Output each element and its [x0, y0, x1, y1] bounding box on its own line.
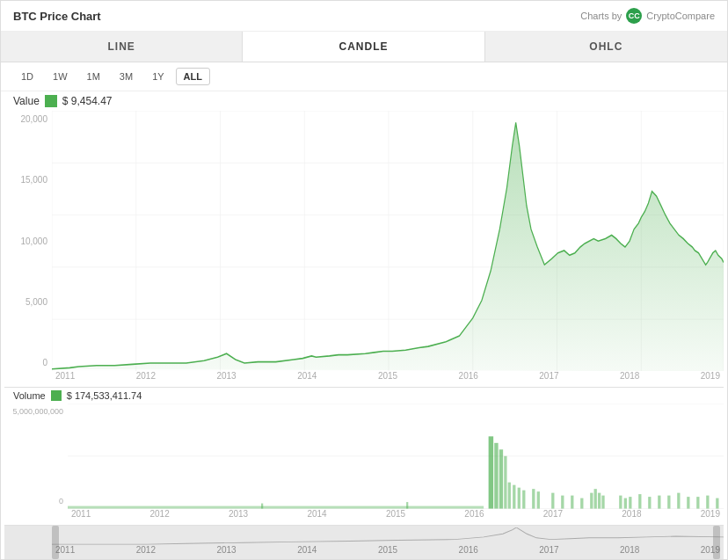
svg-rect-31 [551, 493, 554, 509]
y-label-0: 0 [4, 358, 52, 367]
main-chart-area: 20,000 15,000 10,000 5,000 0 [4, 111, 724, 387]
nav-x-2016: 2016 [459, 545, 478, 559]
x-label-2011: 2011 [55, 371, 75, 387]
btn-all[interactable]: ALL [176, 68, 210, 85]
x-label-2019: 2019 [701, 371, 720, 387]
svg-rect-43 [648, 498, 651, 509]
vol-x-2011: 2011 [71, 509, 91, 525]
vol-x-2017: 2017 [543, 509, 563, 525]
value-row: Value $ 9,454.47 [1, 91, 727, 111]
vol-y-label-0: 0 [4, 497, 68, 505]
main-chart-svg [52, 111, 724, 371]
navigator-svg-area [52, 527, 724, 545]
svg-rect-50 [716, 498, 718, 509]
svg-rect-21 [489, 437, 494, 509]
vol-x-2018: 2018 [622, 509, 641, 525]
vol-x-axis: 2011 2012 2013 2014 2015 2016 2017 2018 … [68, 509, 724, 525]
navigator-svg [52, 527, 724, 545]
tab-line[interactable]: LINE [1, 32, 243, 62]
y-label-20k: 20,000 [4, 114, 52, 124]
svg-rect-30 [537, 492, 540, 509]
main-x-axis: 2011 2012 2013 2014 2015 2016 2017 2018 … [52, 371, 724, 387]
vol-x-2016: 2016 [464, 509, 484, 525]
svg-rect-45 [667, 496, 670, 509]
header: BTC Price Chart Charts by CC CryptoCompa… [1, 1, 727, 32]
x-label-2017: 2017 [539, 371, 558, 387]
nav-x-2017: 2017 [539, 545, 558, 559]
svg-rect-20 [406, 503, 408, 509]
brand-area: Charts by CC CryptoCompare [580, 8, 715, 24]
nav-x-2018: 2018 [620, 545, 639, 559]
svg-rect-29 [532, 490, 535, 509]
x-label-2014: 2014 [297, 371, 317, 387]
svg-rect-28 [522, 491, 525, 509]
svg-rect-41 [629, 498, 631, 509]
y-label-15k: 15,000 [4, 175, 52, 185]
navigator[interactable]: 2011 2012 2013 2014 2015 2016 2017 2018 … [4, 526, 724, 559]
value-label: Value [13, 95, 40, 107]
nav-x-axis: 2011 2012 2013 2014 2015 2016 2017 2018 … [52, 545, 724, 559]
brand-logo-icon: CC [626, 8, 642, 24]
volume-svg-area [68, 404, 724, 509]
tab-ohlc[interactable]: OHLC [485, 32, 727, 62]
vol-y-label-5b: 5,000,000,000 [4, 407, 68, 416]
volume-amount: $ 174,533,411.74 [67, 390, 142, 401]
svg-rect-33 [571, 496, 573, 509]
vol-x-2012: 2012 [149, 509, 169, 525]
x-label-2012: 2012 [136, 371, 156, 387]
main-chart-svg-area [52, 111, 724, 371]
btn-1d[interactable]: 1D [13, 68, 41, 85]
svg-rect-23 [499, 450, 503, 509]
svg-rect-38 [601, 496, 604, 509]
vol-x-2014: 2014 [307, 509, 326, 525]
app-container: BTC Price Chart Charts by CC CryptoCompa… [0, 0, 728, 560]
nav-x-2012: 2012 [136, 545, 156, 559]
volume-svg [68, 404, 724, 509]
svg-rect-25 [508, 483, 511, 509]
x-label-2018: 2018 [620, 371, 639, 387]
svg-rect-26 [513, 485, 515, 509]
x-label-2016: 2016 [459, 371, 478, 387]
volume-label-row: Volume $ 174,533,411.74 [1, 388, 727, 404]
nav-x-2013: 2013 [216, 545, 236, 559]
svg-rect-34 [580, 498, 583, 509]
value-amount: $ 9,454.47 [62, 95, 113, 107]
brand-name: CryptoCompare [646, 11, 715, 21]
svg-rect-37 [598, 493, 601, 509]
svg-rect-32 [561, 496, 564, 509]
svg-rect-24 [504, 456, 506, 509]
chart-title: BTC Price Chart [13, 10, 101, 23]
svg-rect-46 [677, 493, 680, 509]
svg-rect-27 [518, 488, 521, 509]
nav-x-2014: 2014 [297, 545, 317, 559]
navigator-left-handle[interactable] [52, 526, 59, 559]
btn-1w[interactable]: 1W [45, 68, 76, 85]
svg-rect-49 [706, 496, 709, 509]
time-toolbar: 1D 1W 1M 3M 1Y ALL [1, 62, 727, 91]
vol-x-2015: 2015 [386, 509, 405, 525]
svg-rect-42 [638, 495, 641, 509]
vol-x-2013: 2013 [229, 509, 248, 525]
y-label-5k: 5,000 [4, 297, 52, 307]
y-label-10k: 10,000 [4, 236, 52, 246]
nav-x-2015: 2015 [378, 545, 397, 559]
svg-rect-44 [658, 496, 660, 509]
svg-rect-47 [687, 498, 689, 509]
svg-rect-36 [594, 490, 597, 509]
value-color-dot [45, 95, 57, 107]
volume-color-dot [51, 390, 62, 401]
x-label-2013: 2013 [216, 371, 236, 387]
btn-3m[interactable]: 3M [112, 68, 141, 85]
x-label-2015: 2015 [378, 371, 397, 387]
svg-rect-48 [696, 498, 699, 509]
svg-rect-40 [624, 498, 627, 509]
tab-candle[interactable]: CANDLE [243, 32, 484, 62]
chart-type-tabs: LINE CANDLE OHLC [1, 32, 727, 62]
volume-chart-area: 5,000,000,000 0 [4, 404, 724, 526]
navigator-right-handle[interactable] [713, 526, 720, 559]
volume-label: Volume [13, 390, 46, 401]
svg-rect-39 [619, 496, 622, 509]
btn-1y[interactable]: 1Y [144, 68, 171, 85]
vol-x-2019: 2019 [701, 509, 720, 525]
btn-1m[interactable]: 1M [79, 68, 108, 85]
